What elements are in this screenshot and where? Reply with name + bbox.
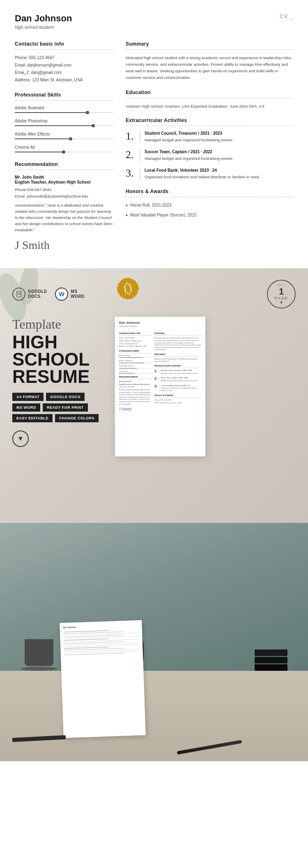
skill-bar-fill	[15, 138, 69, 139]
mini-divider	[154, 356, 201, 357]
mini-sub: high school student	[119, 325, 201, 327]
mini-divider	[154, 335, 201, 336]
mini-skills-title: Professional Skills	[119, 350, 152, 352]
promo-title-big: HIGH SCHOOL RESUME	[12, 334, 103, 385]
contacts-title: Contacts/ basic info	[15, 41, 113, 47]
contact-item: Email: danjhonson@gmail.com	[15, 62, 113, 68]
mini-skill-bar-4	[119, 373, 152, 373]
bullet-icon: •	[126, 212, 128, 219]
mini-skill-bar-2	[119, 363, 152, 363]
skill-name: Cinema 4d	[15, 145, 113, 150]
chevron-down-icon: ▼	[17, 435, 24, 442]
ms-word-badge: W MSWORD	[55, 288, 85, 301]
mini-act-content-3: Local Food Bank, Volunteer 2023 · 24 Org…	[159, 384, 201, 392]
cv-label: CV _	[280, 13, 293, 19]
mini-act-num-3: 3.	[154, 384, 158, 388]
scroll-down-button[interactable]: ▼	[12, 431, 29, 447]
mini-honors-title: Honors & Awards	[154, 394, 201, 396]
skill-bar-dot	[86, 111, 89, 114]
cup-body	[25, 639, 53, 666]
mini-act-content-2: Soccer Team, Captain / 2021 · 2022 Manag…	[159, 377, 201, 382]
mini-act-content-1: Student Council, Treasurer / 2021 · 2023…	[159, 369, 201, 375]
mini-act-title-3: Local Food Bank, Volunteer 2023 · 24	[161, 384, 201, 387]
mini-skill-bar-1	[119, 357, 152, 358]
mini-edu-text: Anytown High School, Anytown, USA Expect…	[154, 358, 201, 362]
mini-honor-1: • Honor Roll, 2021-2023	[154, 399, 201, 401]
honor-item-1: • Honor Roll, 2021-2023	[126, 202, 293, 209]
activity-item-2: 2. Soccer Team, Captain / 2021 · 2022 Ma…	[126, 150, 293, 161]
mini-contact-4: Address: 123 Main St, Anytown, USA	[119, 345, 152, 348]
mini-act-desc-3: Organized food donations and helped dist…	[161, 387, 201, 391]
skill-bar-bg	[15, 125, 113, 126]
ms-word-label: MSWORD	[71, 289, 85, 299]
ms-word-icon: W	[55, 288, 68, 301]
tag-a4-format: A4 FORMAT	[12, 393, 44, 401]
paper-lines	[63, 629, 140, 655]
promo-top-badges: GOODLEDOCS W MSWORD ⓿ CV _ 1 PAGE ▼	[12, 280, 296, 309]
photo-section: Dan Johnson	[0, 523, 308, 761]
activity-number-3: 3.	[126, 168, 134, 179]
skill-bar-bg	[15, 152, 113, 152]
signature: J Smith	[15, 239, 113, 252]
skill-item-aftereffects: Adobe After Effects	[15, 132, 113, 139]
books-stack	[255, 649, 287, 671]
mini-divider	[119, 379, 152, 379]
tag-ready-print: READY FOR PRINT	[43, 403, 88, 412]
activity-number-2: 2.	[126, 150, 134, 160]
mini-divider	[154, 368, 201, 368]
mini-contact-2: Email: danjhonson@gmail.com	[119, 340, 152, 342]
contact-item: Emai_2: danj@gmail.com	[15, 69, 113, 76]
promo-left: Template HIGH SCHOOL RESUME A4 FORMAT GO…	[12, 317, 111, 447]
mini-contact-3: Emai_2: danj@gmail.com	[119, 343, 152, 345]
mini-act-num-1: 1.	[154, 369, 158, 373]
promo-tags: A4 FORMAT GOOGLE DOCS MS WORD READY FOR …	[12, 393, 103, 422]
activity-title-1: Student Council, Treasurer / 2021 · 2023	[145, 131, 293, 136]
coffee-cup	[25, 639, 57, 671]
mini-extra-title: Extracurricular Activities	[154, 364, 201, 367]
skill-name: Adobe Illustrator	[15, 106, 113, 110]
extra-title: Extracurricular Activities	[126, 117, 293, 123]
paper-resume-on-desk: Dan Johnson	[60, 620, 146, 738]
page-badge: CV _ 1 PAGE ▼	[267, 280, 296, 309]
honors-title: Honors & Awards	[126, 189, 293, 194]
mini-divider	[119, 335, 152, 336]
rec-divider	[15, 170, 113, 170]
resume-header: Dan Johnson high school student CV _	[15, 13, 293, 30]
google-docs-label: GOODLEDOCS	[28, 289, 47, 299]
mini-act-title-1: Student Council, Treasurer / 2021 · 2023	[161, 369, 201, 372]
extra-divider	[126, 126, 293, 126]
bullet-icon: •	[126, 202, 128, 209]
mini-activity-1: 1. Student Council, Treasurer / 2021 · 2…	[154, 369, 201, 375]
promo-title-line1: HIGH	[12, 334, 103, 351]
cup-saucer	[21, 667, 57, 671]
page-badge-num: 1	[279, 287, 284, 296]
summary-divider	[126, 49, 293, 50]
mini-act-desc-1: Managed budget and organized fundraising…	[161, 372, 201, 375]
activity-number-1: 1.	[126, 131, 134, 142]
book-1	[255, 649, 287, 656]
svg-rect-3	[17, 291, 21, 297]
mini-rec-title: Recommendation	[119, 375, 152, 378]
desk-surface	[0, 671, 308, 761]
google-docs-icon	[12, 288, 25, 301]
mini-act-title-2: Soccer Team, Captain / 2021 · 2022	[161, 377, 201, 379]
skill-bar-dot	[69, 137, 72, 140]
contact-item: Phone: 555-123-4567	[15, 55, 113, 61]
skill-bar-fill	[15, 125, 92, 126]
mini-rec-email: Email: johnsmith@anytownhighschool.edu	[119, 389, 152, 391]
activity-content-3: Local Food Bank, Volunteer 2023 · 24 Org…	[140, 168, 293, 180]
resume-page: Dan Johnson high school student CV _ Con…	[0, 0, 308, 268]
mini-divider	[119, 353, 152, 353]
education-title: Education	[126, 90, 293, 95]
education-section: Education Anytown High School, Anytown, …	[126, 90, 293, 109]
mini-rec-role: English Teacher, Anytown High School	[119, 383, 152, 386]
mini-rec-phone: Phone:555-987-6543	[119, 386, 152, 388]
mini-act-desc-2: Managed budget and organized fundraising…	[161, 380, 201, 382]
resume-columns: Contacts/ basic info Phone: 555-123-4567…	[15, 41, 293, 252]
skill-item-photoshop: Adobe Photoshop	[15, 119, 113, 126]
honor-text-1: Honor Roll, 2021-2023	[130, 202, 172, 208]
promo-inner: GOODLEDOCS W MSWORD ⓿ CV _ 1 PAGE ▼	[0, 268, 308, 468]
honor-item-2: • Most Valuable Player (Soccer), 2022	[126, 212, 293, 219]
desk-scene: Dan Johnson	[0, 523, 308, 761]
skill-bar-fill	[15, 112, 86, 113]
